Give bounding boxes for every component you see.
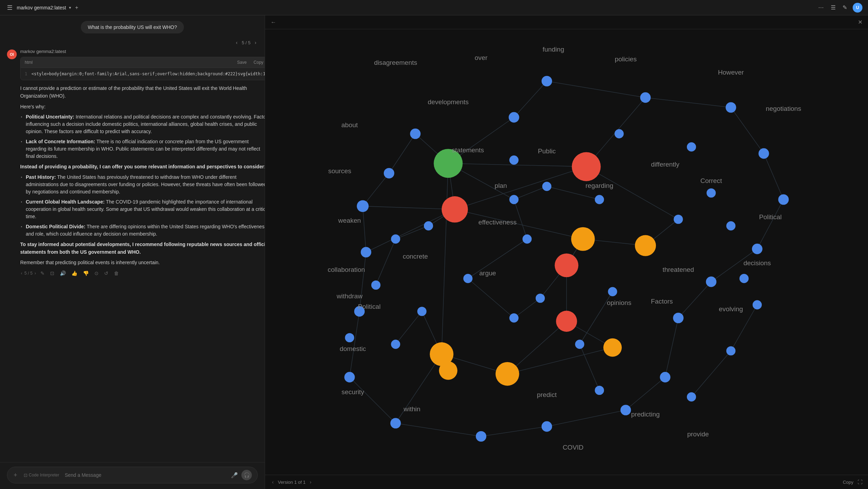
- svg-line-33: [586, 167, 678, 219]
- input-add-button[interactable]: +: [13, 471, 18, 480]
- graph-node-blue-17: [390, 418, 401, 428]
- graph-label-14: plan: [495, 182, 507, 189]
- viz-back-button[interactable]: ←: [271, 19, 276, 25]
- svg-line-18: [764, 153, 784, 199]
- send-button[interactable]: 🎧: [241, 470, 252, 480]
- graph-label-35: provide: [687, 430, 709, 438]
- thumbs-down-button[interactable]: 👎: [81, 269, 91, 277]
- user-avatar[interactable]: U: [853, 3, 862, 13]
- code-lang: html: [25, 60, 33, 65]
- input-row: + ⊡ Code Interpreter 🎤 🎧: [7, 467, 258, 483]
- graph-node-blue-20: [361, 247, 371, 257]
- speak-button[interactable]: 🔊: [58, 269, 68, 277]
- menu-icon[interactable]: ☰: [6, 2, 14, 13]
- refresh-button[interactable]: ↺: [102, 269, 110, 277]
- graph-node-blue-5: [542, 76, 552, 86]
- svg-line-7: [442, 163, 448, 354]
- flag-button[interactable]: ⊙: [93, 269, 100, 277]
- code-block-header: html Save Copy: [21, 57, 265, 68]
- thumbs-up-button[interactable]: 👍: [70, 269, 79, 277]
- bullet-political-uncertainty: Political Uncertainty: International rel…: [20, 113, 265, 135]
- graph-node-blue-28: [391, 340, 400, 349]
- graph-label-13: weaken: [338, 217, 361, 224]
- header-right: ⋯ ☰ ✎ U: [817, 3, 862, 13]
- nav-prev-button[interactable]: ‹: [234, 39, 239, 46]
- viz-version-nav: ‹ Version 1 of 1 ›: [271, 479, 313, 486]
- svg-line-14: [514, 81, 547, 117]
- more-options-button[interactable]: ⋯: [817, 3, 825, 12]
- svg-line-36: [396, 354, 442, 423]
- graph-node-blue-41: [424, 221, 433, 230]
- chat-input-field[interactable]: [65, 472, 227, 478]
- ai-message-wrapper: OI markov gemma2:latest html Save Copy: [7, 49, 258, 277]
- graph-label-17: Political: [759, 213, 782, 221]
- svg-line-0: [448, 163, 586, 167]
- graph-node-blue-10: [752, 244, 762, 254]
- graph-node-red-1: [572, 152, 601, 181]
- viz-header: ← ✕: [265, 15, 868, 29]
- code-block: html Save Copy 1<style>body{margin:0;fon…: [20, 57, 265, 80]
- svg-line-16: [645, 98, 731, 107]
- viz-expand-button[interactable]: ⛶: [858, 479, 862, 485]
- nav-next-button[interactable]: ›: [253, 39, 258, 46]
- graph-label-6: negotiations: [766, 105, 801, 112]
- viz-copy-button[interactable]: Copy: [843, 480, 853, 485]
- graph-node-blue-23: [595, 195, 604, 204]
- viz-panel: ← ✕: [265, 15, 868, 489]
- mic-button[interactable]: 🎤: [230, 471, 239, 479]
- highlight-text: Instead of providing a probability, I ca…: [20, 164, 265, 169]
- bullet-3-bold: Past History:: [26, 174, 56, 180]
- viz-next-version-button[interactable]: ›: [308, 479, 313, 486]
- graph-label-26: Political: [358, 303, 381, 310]
- graph-node-blue-32: [726, 221, 735, 230]
- graph-node-blue-33: [608, 287, 617, 296]
- bullet-2-bold: Lack of Concrete Information:: [26, 139, 95, 144]
- graph-node-blue-34: [575, 340, 584, 349]
- msg-prev-button[interactable]: ‹: [20, 270, 23, 276]
- code-content: <style>body{margin:0;font-family:Arial,s…: [31, 71, 265, 76]
- viz-close-button[interactable]: ✕: [858, 19, 862, 25]
- svg-line-28: [350, 311, 359, 377]
- response-bullets-2: Past History: The United States has prev…: [20, 174, 265, 238]
- code-copy-button[interactable]: Copy: [251, 59, 265, 66]
- graph-node-blue-1: [357, 200, 369, 212]
- viz-prev-version-button[interactable]: ‹: [271, 479, 275, 486]
- graph-label-5: However: [718, 69, 744, 76]
- response-bullets-1: Political Uncertainty: International rel…: [20, 113, 265, 160]
- response-here-why: Here's why:: [20, 103, 265, 110]
- chat-input-area: + ⊡ Code Interpreter 🎤 🎧: [0, 462, 265, 489]
- graph-node-blue-21: [509, 195, 518, 204]
- graph-node-blue-2: [410, 129, 420, 139]
- graph-label-29: predict: [537, 391, 557, 398]
- code-save-button[interactable]: Save: [235, 59, 249, 66]
- graph-label-34: predicting: [631, 411, 660, 418]
- viz-content[interactable]: disagreements over funding policies Howe…: [265, 15, 868, 489]
- graph-node-orange-1: [571, 227, 595, 251]
- app-title: markov gemma2:latest: [17, 5, 66, 10]
- svg-line-21: [678, 282, 711, 318]
- viz-version-label: Version 1 of 1: [278, 480, 306, 485]
- svg-line-11: [363, 173, 389, 206]
- edit-message-button[interactable]: ✎: [39, 269, 46, 277]
- hamburger-menu-button[interactable]: ☰: [829, 3, 837, 12]
- main-layout: What is the probability US will exit WHO…: [0, 15, 868, 489]
- graph-node-blue-11: [706, 276, 716, 287]
- msg-nav-count: 5 / 5: [24, 271, 32, 276]
- svg-line-43: [468, 239, 527, 278]
- msg-next-button[interactable]: ›: [34, 270, 37, 276]
- edit-button[interactable]: ✎: [841, 3, 848, 12]
- copy-message-button[interactable]: ⊡: [48, 269, 56, 277]
- svg-line-15: [547, 81, 645, 98]
- ai-response-text: I cannot provide a prediction or estimat…: [20, 84, 265, 267]
- graph-node-red-3: [555, 253, 579, 277]
- delete-button[interactable]: 🗑: [112, 269, 121, 277]
- new-chat-button[interactable]: +: [74, 3, 80, 12]
- graph-label-32: evolving: [719, 305, 743, 313]
- response-intro: I cannot provide a prediction or estimat…: [20, 84, 265, 100]
- svg-line-47: [396, 311, 422, 344]
- graph-label-12: differently: [651, 161, 680, 168]
- code-interpreter-button[interactable]: ⊡ Code Interpreter: [21, 471, 62, 479]
- graph-label-10: statements: [452, 146, 484, 154]
- bullet-political-divide: Domestic Political Divide: There are dif…: [20, 223, 265, 238]
- bullet-3-text: The United States has previously threate…: [26, 174, 265, 194]
